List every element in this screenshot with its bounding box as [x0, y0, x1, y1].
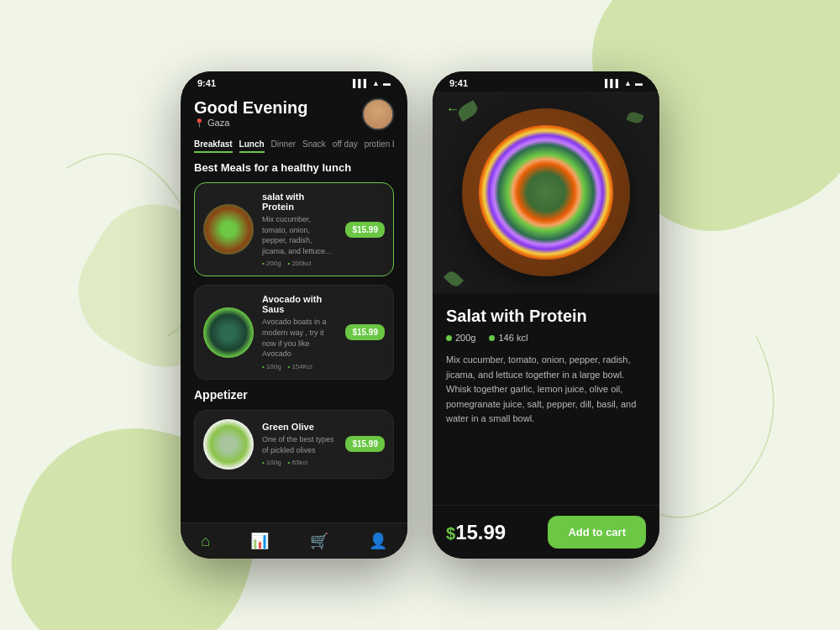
nav-charts[interactable]: 📊 — [250, 532, 269, 550]
price-dollar: $ — [446, 524, 455, 543]
appetizer-weight-1: 100g — [262, 459, 281, 466]
status-bar-1: 9:41 ▌▌▌ ▲ ▬ — [181, 71, 407, 92]
tab-protienbar[interactable]: protien bar — [365, 139, 394, 153]
macro-dot-weight — [446, 335, 452, 341]
appetizer-price-1: $15.99 — [345, 436, 385, 452]
salad-content — [479, 125, 613, 260]
meal-card-2[interactable]: Avocado with Saus Avocado boats in a mod… — [194, 285, 394, 379]
home-icon: ⌂ — [201, 533, 210, 550]
add-to-cart-button[interactable]: Add to cart — [548, 516, 646, 549]
macro-weight-text: 200g — [455, 333, 475, 343]
section-title: Best Meals for a healthy lunch — [194, 161, 394, 174]
macro-dot-calories — [489, 335, 495, 341]
wifi-icon: ▲ — [372, 79, 380, 87]
detail-title: Salat with Protein — [446, 307, 646, 326]
phone-1: 9:41 ▌▌▌ ▲ ▬ Good Evening 📍 Gaza — [181, 71, 407, 559]
appetizer-title: Appetizer — [194, 388, 394, 402]
meal-calories-1: 200kcl — [288, 260, 312, 267]
appetizer-calories-1: 63kcl — [288, 459, 308, 466]
phones-container: 9:41 ▌▌▌ ▲ ▬ Good Evening 📍 Gaza — [181, 71, 659, 559]
phone-2: 9:41 ▌▌▌ ▲ ▬ ← Salat with Protein — [433, 71, 659, 559]
status-time-1: 9:41 — [197, 78, 216, 88]
bottom-nav: ⌂ 📊 🛒 👤 — [181, 522, 407, 559]
signal-icon-2: ▌▌▌ — [605, 79, 621, 87]
tab-offday[interactable]: off day — [333, 139, 358, 153]
status-icons-2: ▌▌▌ ▲ ▬ — [605, 79, 643, 87]
back-button[interactable]: ← — [446, 102, 459, 117]
meal-weight-2: 100g — [262, 363, 281, 370]
profile-icon: 👤 — [369, 532, 387, 550]
meal-desc-2: Avocado boats in a modern way , try it n… — [262, 317, 337, 359]
greeting-block: Good Evening 📍 Gaza — [194, 98, 308, 136]
appetizer-name-1: Green Olive — [262, 422, 337, 432]
meal-weight-1: 200g — [262, 260, 281, 267]
meal-image-2 — [203, 307, 254, 358]
meal-info-2: Avocado with Saus Avocado boats in a mod… — [262, 294, 337, 370]
detail-description: Mix cucumber, tomato, onion, pepper, rad… — [446, 353, 646, 427]
detail-price: $15.99 — [446, 521, 506, 544]
header-row: Good Evening 📍 Gaza — [194, 98, 394, 136]
location-row: 📍 Gaza — [194, 118, 308, 128]
macro-calories: 146 kcl — [489, 333, 528, 343]
signal-icon: ▌▌▌ — [353, 79, 369, 87]
wifi-icon-2: ▲ — [624, 79, 632, 87]
leaf-3 — [444, 269, 464, 289]
cart-icon: 🛒 — [310, 532, 328, 550]
meal-card-1[interactable]: salat with Protein Mix cucumber, tomato,… — [194, 182, 394, 276]
tab-lunch[interactable]: Lunch — [239, 139, 265, 153]
meal-name-1: salat with Protein — [262, 192, 337, 212]
macro-calories-text: 146 kcl — [498, 333, 528, 343]
location-text: Gaza — [207, 118, 229, 128]
salad-bowl — [462, 108, 630, 276]
meal-desc-1: Mix cucumber, tomato, onion, pepper, rad… — [262, 214, 337, 256]
detail-image-container — [433, 92, 659, 293]
meal-meta-1: 200g 200kcl — [262, 260, 337, 267]
nav-home[interactable]: ⌂ — [201, 533, 210, 550]
meal-meta-2: 100g 154Kcl — [262, 363, 337, 370]
tab-breakfast[interactable]: Breakfast — [194, 139, 233, 153]
avatar[interactable] — [362, 98, 394, 130]
battery-icon: ▬ — [383, 79, 391, 87]
meal-info-1: salat with Protein Mix cucumber, tomato,… — [262, 192, 337, 267]
greeting-text: Good Evening — [194, 98, 308, 118]
meal-price-1: $15.99 — [345, 222, 385, 238]
detail-info: Salat with Protein 200g 146 kcl Mix cucu… — [433, 293, 659, 505]
charts-icon: 📊 — [250, 532, 269, 550]
meal-calories-2: 154Kcl — [288, 363, 312, 370]
status-icons-1: ▌▌▌ ▲ ▬ — [353, 79, 391, 87]
price-amount: 15.99 — [455, 521, 506, 543]
category-tabs: Breakfast Lunch Dinner Snack off day pro… — [194, 139, 394, 153]
detail-footer: $15.99 Add to cart — [433, 505, 659, 559]
battery-icon-2: ▬ — [635, 79, 643, 87]
macro-weight: 200g — [446, 333, 475, 343]
avatar-face — [364, 100, 392, 129]
appetizer-desc-1: One of the best types of pickled olives — [262, 434, 337, 455]
appetizer-card-1[interactable]: Green Olive One of the best types of pic… — [194, 410, 394, 479]
tab-dinner[interactable]: Dinner — [271, 139, 296, 153]
meal-name-2: Avocado with Saus — [262, 294, 337, 314]
status-bar-2: 9:41 ▌▌▌ ▲ ▬ — [433, 71, 659, 92]
status-time-2: 9:41 — [449, 78, 468, 88]
appetizer-meta-1: 100g 63kcl — [262, 459, 337, 466]
meal-price-2: $15.99 — [345, 324, 385, 340]
appetizer-info-1: Green Olive One of the best types of pic… — [262, 422, 337, 466]
appetizer-image-1 — [203, 419, 254, 470]
nav-profile[interactable]: 👤 — [369, 532, 387, 550]
leaf-2 — [626, 110, 643, 124]
nav-cart[interactable]: 🛒 — [310, 532, 328, 550]
tab-snack[interactable]: Snack — [302, 139, 326, 153]
detail-macros: 200g 146 kcl — [446, 333, 646, 343]
meal-image-1 — [203, 204, 254, 255]
location-icon: 📍 — [194, 118, 204, 128]
